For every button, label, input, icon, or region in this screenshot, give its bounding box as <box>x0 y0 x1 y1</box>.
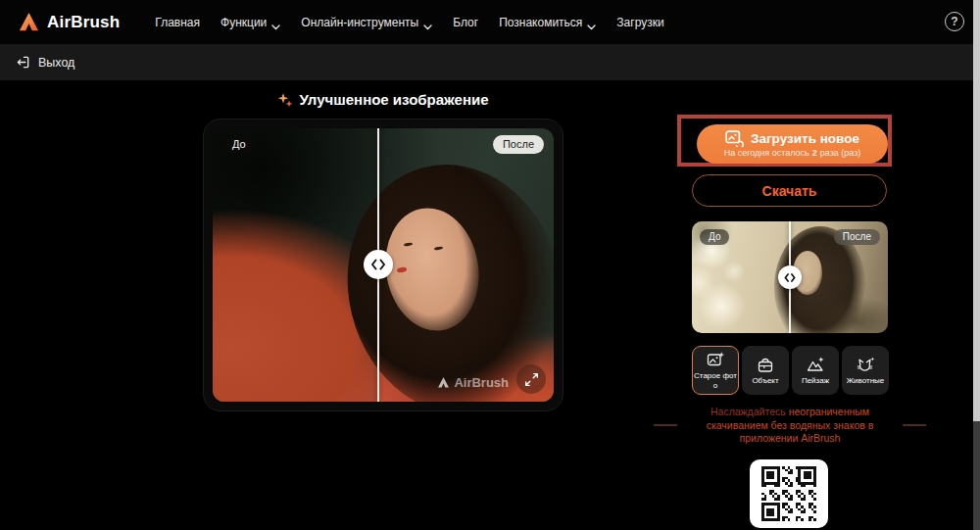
preview-after-badge: После <box>834 229 880 245</box>
preview-before-after: До После <box>692 221 888 333</box>
preview-before-badge: До <box>700 229 729 245</box>
upload-new-label: Загрузить новое <box>751 131 859 146</box>
category-old-photo[interactable]: Старое фото <box>692 346 739 395</box>
upload-highlight-box: Загрузить новое На сегодня осталось2раза… <box>677 115 892 167</box>
old-photo-icon <box>706 351 725 369</box>
airbrush-logo-icon <box>18 11 40 33</box>
scrollbar-thumb[interactable] <box>973 0 980 421</box>
before-dim-overlay <box>213 128 378 402</box>
after-badge: После <box>493 135 544 154</box>
nav-item-downloads[interactable]: Загрузки <box>614 10 665 35</box>
category-object[interactable]: Объект <box>742 346 789 395</box>
landscape-icon <box>806 356 825 374</box>
nav-item-about[interactable]: Познакомиться <box>497 10 598 35</box>
object-icon <box>756 356 775 374</box>
category-label: Животные <box>847 376 885 386</box>
category-animals[interactable]: Животные <box>842 346 889 395</box>
chevron-down-icon <box>271 20 280 25</box>
airbrush-logo-icon <box>437 376 450 389</box>
sub-nav: Выход <box>0 44 980 80</box>
preview-slider-handle[interactable] <box>778 265 802 289</box>
expand-icon <box>524 372 539 387</box>
logout-label: Выход <box>38 56 74 70</box>
qr-pattern <box>761 466 816 521</box>
before-badge: До <box>222 135 256 154</box>
logout-icon <box>16 55 30 70</box>
top-nav: AirBrush Главная Функции Онлайн-инструме… <box>0 0 980 44</box>
help-button[interactable]: ? <box>945 12 964 31</box>
category-landscape[interactable]: Пейзаж <box>792 346 839 395</box>
fullscreen-button[interactable] <box>516 364 546 394</box>
promo-text: Наслаждайтесьнеограниченным скачиванием … <box>686 406 894 446</box>
compare-card: До После AirBrush <box>203 119 564 411</box>
page: AirBrush Главная Функции Онлайн-инструме… <box>0 0 980 530</box>
page-title: Улучшенное изображение <box>203 91 564 108</box>
promo: Наслаждайтесьнеограниченным скачиванием … <box>653 406 927 446</box>
dash-divider <box>654 424 677 426</box>
chevron-down-icon <box>423 20 432 25</box>
scrollbar <box>973 0 980 530</box>
upload-remaining-text: На сегодня осталось2раза (раз) <box>724 148 861 158</box>
main-menu: Главная Функции Онлайн-инструменты Блог … <box>153 10 665 35</box>
nav-item-blog[interactable]: Блог <box>451 10 480 35</box>
left-right-arrows-icon <box>369 258 387 271</box>
animals-icon <box>856 356 875 374</box>
sparkles-icon <box>277 92 293 108</box>
logout-button[interactable]: Выход <box>16 55 74 70</box>
upload-new-button[interactable]: Загрузить новое На сегодня осталось2раза… <box>697 124 888 164</box>
download-button[interactable]: Скачать <box>692 174 887 207</box>
before-after-image: До После AirBrush <box>213 128 554 402</box>
nav-item-main[interactable]: Главная <box>153 10 202 35</box>
chevron-down-icon <box>587 20 596 25</box>
nav-item-features[interactable]: Функции <box>219 10 282 35</box>
left-right-arrows-icon <box>783 272 797 283</box>
airbrush-watermark: AirBrush <box>437 375 509 390</box>
brand[interactable]: AirBrush <box>18 11 120 33</box>
compare-slider-handle[interactable] <box>364 250 393 279</box>
nav-item-online-tools[interactable]: Онлайн-инструменты <box>299 10 434 35</box>
question-icon: ? <box>951 15 957 28</box>
brand-name: AirBrush <box>47 13 120 32</box>
reupload-image-icon <box>725 130 744 147</box>
category-list: Старое фото Объект Пейзаж <box>692 346 889 395</box>
category-label: Старое фото <box>694 371 737 390</box>
category-label: Пейзаж <box>802 376 829 386</box>
category-label: Объект <box>752 376 778 386</box>
dash-divider <box>903 424 926 426</box>
page-title-text: Улучшенное изображение <box>299 91 488 108</box>
qr-code <box>750 459 828 528</box>
